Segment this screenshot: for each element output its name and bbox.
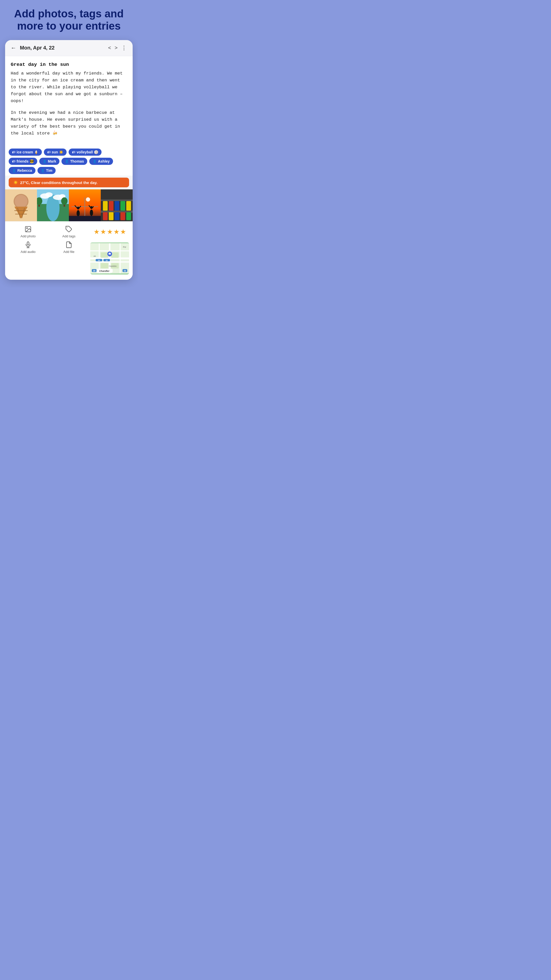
rating-stars[interactable]: ★ ★ ★ ★ ★ — [94, 228, 126, 236]
tags-section: 🏷 ice cream 🍦 🏷 sun ☀️ 🏷 volleyball 🏐 🏷 … — [5, 146, 133, 176]
svg-text:Capalaba: Capalaba — [109, 265, 117, 267]
tag-mark-icon: 👤 — [43, 159, 47, 163]
tag-sun-icon: 🏷 — [47, 150, 51, 154]
star-1[interactable]: ★ — [94, 228, 100, 236]
svg-point-18 — [61, 197, 68, 205]
tag-icon — [65, 226, 73, 233]
photo-volleyball[interactable] — [69, 189, 101, 221]
tag-volleyball[interactable]: 🏷 volleyball 🏐 — [68, 148, 102, 156]
star-4[interactable]: ★ — [114, 228, 119, 236]
star-5[interactable]: ★ — [120, 228, 126, 236]
tag-rebecca[interactable]: 👤 Rebecca — [9, 167, 35, 174]
svg-rect-36 — [109, 201, 114, 211]
tag-tim[interactable]: 👤 Tim — [38, 167, 56, 174]
tag-rebecca-icon: 👤 — [12, 169, 16, 172]
svg-rect-48 — [27, 242, 29, 245]
svg-rect-44 — [126, 212, 131, 220]
entry-paragraph-2: In the evening we had a nice barbecue at… — [11, 109, 127, 137]
photo-grid — [5, 189, 133, 221]
svg-point-12 — [45, 192, 52, 197]
tag-ashley[interactable]: 👤 Ashley — [89, 158, 113, 165]
prev-button[interactable]: < — [108, 45, 111, 51]
file-icon — [65, 241, 73, 248]
svg-rect-35 — [103, 201, 108, 211]
add-file-button[interactable]: Add file — [48, 241, 89, 254]
entry-paragraph-1: Had a wonderful day with my friends. We … — [11, 70, 127, 105]
entry-title: Great day in the sun — [11, 62, 127, 67]
weather-text: 27°C, Clear conditions throughout the da… — [20, 180, 97, 185]
svg-text:22: 22 — [106, 259, 108, 261]
journal-card: ← Mon, Apr 4, 22 < > ⋮ Great day in the … — [5, 40, 133, 280]
weather-icon: ☀️ — [13, 180, 18, 185]
svg-text:54: 54 — [98, 259, 100, 261]
tag-ashley-icon: 👤 — [93, 159, 97, 163]
svg-text:Por: Por — [123, 246, 126, 248]
add-file-label: Add file — [63, 250, 74, 254]
svg-rect-64 — [101, 263, 108, 269]
header-date: Mon, Apr 4, 22 — [20, 45, 108, 51]
svg-rect-41 — [109, 212, 114, 220]
tag-sun[interactable]: 🏷 sun ☀️ — [44, 148, 67, 156]
svg-point-23 — [76, 210, 80, 217]
svg-text:44: 44 — [124, 270, 126, 272]
svg-rect-37 — [114, 201, 119, 211]
svg-text:ale: ale — [94, 256, 96, 257]
add-tags-label: Add tags — [62, 234, 75, 238]
entry-text: Had a wonderful day with my friends. We … — [11, 70, 127, 137]
star-2[interactable]: ★ — [100, 228, 106, 236]
tag-label-icon: 🏷 — [12, 150, 15, 154]
page-headline: Add photos, tags and more to your entrie… — [5, 8, 133, 32]
weather-bar: ☀️ 27°C, Clear conditions throughout the… — [9, 178, 129, 187]
back-button[interactable]: ← — [11, 45, 16, 51]
svg-point-46 — [27, 228, 27, 229]
svg-rect-43 — [121, 212, 125, 220]
svg-point-2 — [15, 195, 27, 208]
star-3[interactable]: ★ — [107, 228, 113, 236]
map-svg: 54 22 Chandler Por — [90, 242, 129, 275]
next-button[interactable]: > — [114, 45, 118, 51]
svg-point-22 — [86, 197, 90, 202]
header-nav: < > ⋮ — [108, 45, 127, 51]
photo-beer[interactable] — [101, 189, 133, 221]
svg-text:30: 30 — [93, 270, 96, 272]
add-audio-label: Add audio — [21, 250, 36, 254]
svg-text:Chandler: Chandler — [99, 270, 110, 272]
journal-body: Great day in the sun Had a wonderful day… — [5, 56, 133, 146]
tag-friends[interactable]: 🏷 friends 😎 — [9, 158, 37, 165]
svg-rect-34 — [101, 200, 133, 201]
svg-rect-31 — [69, 216, 101, 221]
photo-icecream[interactable] — [5, 189, 37, 221]
photo-river[interactable] — [37, 189, 69, 221]
tag-thomas-icon: 👤 — [65, 159, 69, 163]
svg-rect-40 — [103, 212, 108, 220]
svg-rect-39 — [126, 201, 131, 211]
map-thumbnail[interactable]: 54 22 Chandler Por — [89, 241, 130, 275]
svg-rect-63 — [111, 252, 119, 258]
svg-rect-62 — [101, 252, 108, 258]
stars-container: ★ ★ ★ ★ ★ — [89, 226, 130, 238]
add-tags-button[interactable]: Add tags — [48, 226, 89, 238]
tag-thomas[interactable]: 👤 Thomas — [62, 158, 87, 165]
card-header: ← Mon, Apr 4, 22 < > ⋮ — [5, 40, 133, 56]
tag-mark[interactable]: 👤 Mark — [39, 158, 60, 165]
tag-friends-icon: 🏷 — [12, 159, 15, 163]
mic-icon — [24, 241, 32, 248]
tag-icecream[interactable]: 🏷 ice cream 🍦 — [9, 148, 42, 156]
tag-volleyball-icon: 🏷 — [72, 150, 75, 154]
add-photo-button[interactable]: Add photo — [8, 226, 48, 238]
tag-tim-icon: 👤 — [41, 169, 45, 172]
svg-rect-42 — [114, 212, 119, 220]
svg-rect-38 — [121, 201, 125, 211]
add-photo-label: Add photo — [21, 234, 35, 238]
add-audio-button[interactable]: Add audio — [8, 241, 48, 254]
photo-icon — [24, 226, 32, 233]
more-button[interactable]: ⋮ — [121, 45, 127, 51]
svg-point-27 — [90, 210, 93, 216]
